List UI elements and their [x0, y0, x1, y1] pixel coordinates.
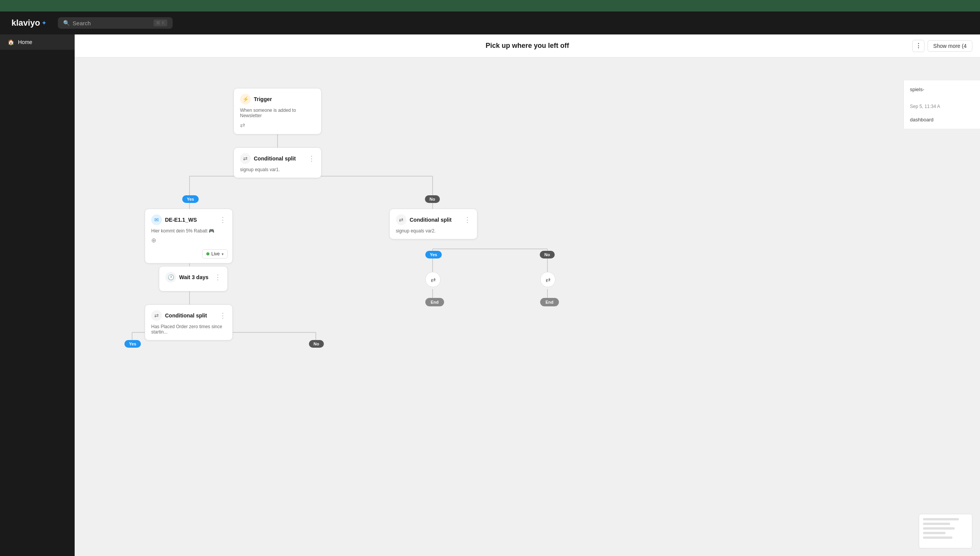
cond-split-3-subtitle: signup equals var2. — [396, 228, 471, 234]
thumb-line-3 — [923, 527, 955, 530]
trigger-subtitle: When someone is added to Newsletter — [240, 108, 315, 118]
end-node-no: End — [540, 298, 559, 306]
thumb-line-4 — [923, 532, 946, 534]
roundtrip-yes-icon: ⇄ — [425, 272, 441, 287]
cond-split-3-dots[interactable]: ⋮ — [464, 216, 471, 223]
conditional-split-3-node: ⇄ Conditional split ⋮ signup equals var2… — [389, 209, 477, 239]
logo-star: ✦ — [42, 20, 46, 26]
top-nav: klaviyo✦ 🔍 Search ⌘ K — [0, 11, 980, 34]
trigger-node: ⚡ Trigger When someone is added to Newsl… — [234, 88, 322, 134]
trigger-sub-icon: ⇄ — [240, 121, 315, 129]
cond-split-1-header: ⇄ Conditional split ⋮ — [240, 153, 315, 164]
sidebar-home-label: Home — [18, 39, 32, 45]
sidebar: 🏠 Home — [0, 34, 75, 556]
wait-icon: 🕐 — [165, 272, 176, 283]
logo-text: klaviyo — [11, 18, 40, 28]
cond-split-1-subtitle: signup equals var1. — [240, 167, 315, 172]
home-icon: 🏠 — [8, 39, 14, 45]
show-more-area: ⋮ Show more (4 — [912, 40, 972, 52]
main-header: Pick up where you left off ⋮ Show more (… — [75, 34, 980, 57]
main-container: Pick up where you left off ⋮ Show more (… — [75, 34, 980, 556]
search-icon: 🔍 — [63, 20, 70, 26]
cond-split-3-icon: ⇄ — [396, 214, 407, 225]
cond-split-2-subtitle: Has Placed Order zero times since starti… — [151, 324, 226, 335]
cond-split-1-icon: ⇄ — [240, 153, 251, 164]
right-panel-text3: dashboard — [910, 117, 974, 123]
cond-split-1-title: Conditional split — [254, 155, 305, 162]
sidebar-item-home[interactable]: 🏠 Home — [0, 34, 75, 50]
wait-header: 🕐 Wait 3 days ⋮ — [165, 272, 221, 283]
email-dots[interactable]: ⋮ — [219, 216, 226, 223]
trigger-title: Trigger — [254, 96, 315, 102]
email-node: ✉ DE-E1.1_WS ⋮ Hier kommt dein 5% Rabatt… — [145, 209, 233, 263]
email-header: ✉ DE-E1.1_WS ⋮ — [151, 214, 226, 225]
cond-split-2-header: ⇄ Conditional split ⋮ — [151, 310, 226, 321]
live-dot — [206, 252, 209, 255]
live-label: Live — [211, 251, 220, 257]
show-more-label: Show more (4 — [933, 43, 967, 49]
chevron-down-icon: ▾ — [222, 252, 224, 256]
three-dots-icon: ⋮ — [915, 42, 921, 49]
conditional-split-1-node: ⇄ Conditional split ⋮ signup equals var1… — [234, 147, 322, 178]
search-shortcut: ⌘ K — [154, 20, 167, 26]
cond-split-1-dots[interactable]: ⋮ — [308, 155, 315, 162]
branch-yes-2: Yes — [124, 340, 141, 348]
branch-no-1: No — [425, 195, 440, 203]
right-panel: spiels- Sep 5, 11:34 A dashboard — [903, 80, 980, 129]
wait-node: 🕐 Wait 3 days ⋮ — [159, 266, 228, 291]
wait-title: Wait 3 days — [179, 274, 211, 280]
thumb-line-1 — [923, 518, 959, 520]
logo: klaviyo✦ — [11, 18, 46, 28]
branch-no-2: No — [309, 340, 324, 348]
search-input-label: Search — [73, 20, 151, 26]
cond-split-3-title: Conditional split — [410, 217, 461, 223]
branch-yes-3: Yes — [425, 251, 442, 258]
page-title: Pick up where you left off — [485, 42, 569, 50]
email-title: DE-E1.1_WS — [165, 217, 216, 223]
thumb-line-2 — [923, 523, 950, 525]
end-node-yes: End — [425, 298, 444, 306]
live-badge[interactable]: Live ▾ — [202, 249, 228, 258]
thumb-line-5 — [923, 536, 952, 539]
cond-split-3-header: ⇄ Conditional split ⋮ — [396, 214, 471, 225]
branch-no-3: No — [540, 251, 555, 258]
right-panel-text2: Sep 5, 11:34 A — [910, 104, 974, 109]
email-icon: ✉ — [151, 214, 162, 225]
right-panel-text1: spiels- — [910, 87, 974, 92]
three-dots-button[interactable]: ⋮ — [912, 40, 924, 52]
email-sub-icon: ⊕ — [151, 237, 226, 244]
trigger-header: ⚡ Trigger — [240, 94, 315, 105]
conditional-split-2-node: ⇄ Conditional split ⋮ Has Placed Order z… — [145, 304, 233, 340]
flow-thumbnail — [919, 514, 972, 548]
show-more-button[interactable]: Show more (4 — [928, 40, 972, 52]
cond-split-2-icon: ⇄ — [151, 310, 162, 321]
flow-canvas: ⚡ Trigger When someone is added to Newsl… — [75, 57, 980, 556]
cond-split-2-title: Conditional split — [165, 312, 216, 319]
search-bar[interactable]: 🔍 Search ⌘ K — [58, 17, 173, 29]
branch-yes-1: Yes — [182, 195, 199, 203]
cond-split-2-dots[interactable]: ⋮ — [219, 312, 226, 319]
roundtrip-no-icon: ⇄ — [540, 272, 555, 287]
wait-dots[interactable]: ⋮ — [214, 274, 221, 281]
trigger-icon: ⚡ — [240, 94, 251, 105]
email-subtitle: Hier kommt dein 5% Rabatt 🎮 — [151, 228, 226, 234]
